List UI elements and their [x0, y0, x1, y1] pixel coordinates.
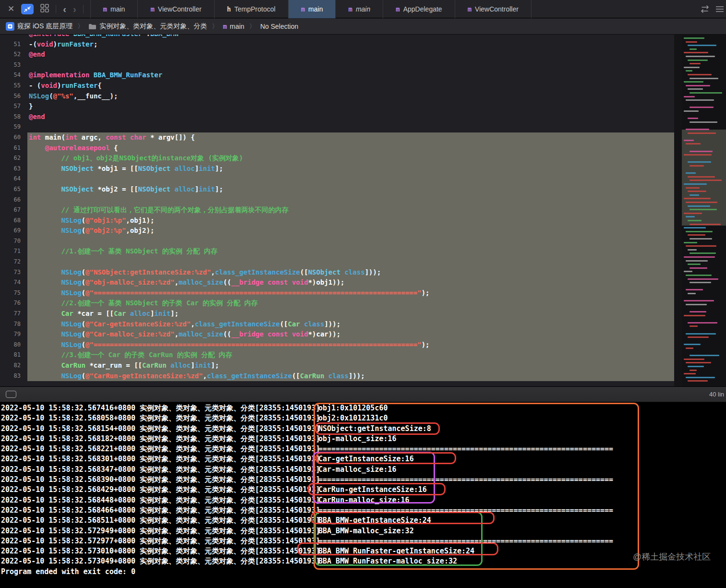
- line-number: 55: [0, 81, 27, 91]
- code-line-53[interactable]: 53: [0, 60, 674, 71]
- tab-bar-controls: ✕: [0, 4, 90, 14]
- code-line-52[interactable]: 52@end: [0, 49, 674, 60]
- code-line-78[interactable]: 78 NSLog(@"Car-getInstanceSize:%zd",clas…: [0, 319, 674, 330]
- code-line-67[interactable]: 67 // 通过打印可以看出，它们是不同的两个对象，分别占据着两块不同的内存: [0, 205, 674, 216]
- code-line-79[interactable]: 79 NSLog(@"Car-malloc_size:%zd",malloc_s…: [0, 329, 674, 340]
- code-line-83[interactable]: 83 NSLog(@"CarRun-getInstanceSize:%zd",c…: [0, 371, 674, 382]
- code-text: }: [27, 101, 674, 112]
- code-line-68[interactable]: 68 NSLog(@"obj1:%p",obj1);: [0, 216, 674, 226]
- code-lines: @interface BBA_BMW_RunFaster :BBA_BMW51-…: [0, 35, 674, 381]
- code-text: NSObject *obj1 = [[NSObject alloc]init];: [27, 164, 674, 174]
- breadcrumb-item-0[interactable]: 窥探 iOS 底层原理: [6, 22, 73, 31]
- code-line-57[interactable]: 57}: [0, 101, 674, 112]
- minimap-line: [684, 271, 692, 272]
- editor-tab-bar: ✕: [0, 0, 726, 18]
- minimap-line: [690, 370, 697, 371]
- breadcrumb-separator: 〉: [248, 22, 256, 31]
- console-row-prefix: 2022-05-10 15:58:32.568154+0800 实例对象、类对象…: [1, 424, 320, 434]
- code-line-69[interactable]: 69 NSLog(@"obj2:%p",obj2);: [0, 226, 674, 236]
- code-line-82[interactable]: 82 CarRun *car_run = [[CarRun alloc]init…: [0, 360, 674, 371]
- minimap-line: [686, 202, 717, 203]
- editor-scrollbar[interactable]: [674, 35, 682, 386]
- code-line-60[interactable]: 60int main(int argc, const char * argv[]…: [0, 132, 674, 143]
- tab-main-4[interactable]: mmain: [336, 0, 383, 18]
- minimap-line: [686, 348, 693, 349]
- file-type-icon: m: [103, 5, 107, 13]
- tab-appdelegate-5[interactable]: mAppDelegate: [383, 0, 455, 18]
- minimap-line: [684, 183, 707, 185]
- editor-focus-button[interactable]: [21, 4, 34, 14]
- tab-viewcontroller-6[interactable]: mViewController: [455, 0, 532, 18]
- code-line-51[interactable]: 51-(void)runFaster;: [0, 39, 674, 50]
- line-number: 53: [0, 60, 27, 71]
- menu-lines-icon[interactable]: [715, 5, 724, 13]
- minimap-line: [684, 52, 708, 53]
- code-line-72[interactable]: 72: [0, 257, 674, 267]
- watermark: @稀土掘金技术社区: [633, 551, 711, 563]
- code-line-63[interactable]: 63 NSObject *obj1 = [[NSObject alloc]ini…: [0, 164, 674, 174]
- code-line-59[interactable]: 59: [0, 122, 674, 132]
- minimap-line: [684, 96, 695, 97]
- code-text: //2.创建一个 基类 NSObject 的子类 Car 的实例 分配 内存: [27, 298, 674, 309]
- debug-console[interactable]: 2022-05-10 15:58:32.567416+0800 实例对象、类对象…: [0, 402, 726, 588]
- line-number: 70: [0, 236, 27, 247]
- line-number: 72: [0, 257, 27, 267]
- code-line-65[interactable]: 65 NSObject *obj2 = [[NSObject alloc]ini…: [0, 184, 674, 195]
- code-line-64[interactable]: 64: [0, 174, 674, 184]
- minimap-line: [686, 41, 697, 43]
- code-line-73[interactable]: 73 NSLog(@"NSObject:getInstanceSize:%zd"…: [0, 267, 674, 278]
- code-line-58[interactable]: 58@end: [0, 112, 674, 122]
- breadcrumb-item-3[interactable]: No Selection: [260, 23, 298, 30]
- tab-viewcontroller-1[interactable]: mViewController: [138, 0, 214, 18]
- minimap-line: [686, 172, 696, 174]
- minimap-line: [688, 74, 712, 75]
- breadcrumb: 窥探 iOS 底层原理〉实例对象、类对象、元类对象、分类〉mmain〉No Se…: [0, 19, 726, 35]
- editor-minimap[interactable]: [682, 35, 726, 386]
- code-line-71[interactable]: 71 //1.创建一个 基类 NSObject 的实例 分配 内存: [0, 246, 674, 257]
- breadcrumb-item-1[interactable]: 实例对象、类对象、元类对象、分类: [88, 22, 207, 31]
- tab-list: mmainmViewControllerhTempProtocolmmainmm…: [90, 0, 695, 18]
- tab-main-0[interactable]: mmain: [90, 0, 138, 18]
- code-line-74[interactable]: 74 NSLog(@"obj-malloc_size:%zd",malloc_s…: [0, 277, 674, 288]
- code-line-76[interactable]: 76 //2.创建一个 基类 NSObject 的子类 Car 的实例 分配 内…: [0, 298, 674, 309]
- breadcrumb-label: 实例对象、类对象、元类对象、分类: [99, 22, 207, 31]
- code-line-80[interactable]: 80 NSLog(@"=============================…: [0, 340, 674, 350]
- minimap-line: [684, 242, 697, 243]
- code-line-56[interactable]: 56NSLog(@"%s",__func__);: [0, 91, 674, 102]
- tab-label: ViewController: [475, 5, 519, 13]
- code-line-75[interactable]: 75 NSLog(@"=============================…: [0, 288, 674, 299]
- tab-tempprotocol-2[interactable]: hTempProtocol: [215, 0, 289, 18]
- code-text: @autoreleasepool {: [27, 143, 674, 154]
- swap-arrows-icon[interactable]: [700, 5, 710, 13]
- breadcrumb-item-2[interactable]: mmain: [223, 23, 244, 30]
- minimap-line: [684, 315, 705, 316]
- minimap-line: [686, 362, 711, 363]
- code-editor[interactable]: @interface BBA_BMW_RunFaster :BBA_BMW51-…: [0, 35, 726, 386]
- file-type-icon: h: [227, 5, 231, 13]
- code-line-54[interactable]: 54@implementation BBA_BMW_RunFaster: [0, 70, 674, 81]
- minimap-line: [686, 56, 715, 57]
- minimap-line: [688, 60, 708, 61]
- back-chevron-icon[interactable]: ‹: [63, 4, 66, 14]
- code-line-62[interactable]: 62 // obj1、obj2是NSObject的instance对象 (实例对…: [0, 153, 674, 164]
- editor-layout-grid-icon[interactable]: [40, 4, 49, 14]
- close-icon[interactable]: ✕: [8, 5, 14, 13]
- code-text: NSLog(@"obj-malloc_size:%zd",malloc_size…: [27, 277, 674, 288]
- code-line-partial[interactable]: @interface BBA_BMW_RunFaster :BBA_BMW: [0, 35, 674, 39]
- code-line-70[interactable]: 70: [0, 236, 674, 247]
- code-line-81[interactable]: 81 //3.创建一个 Car 的子类 CarRun 的实例 分配 内存: [0, 350, 674, 360]
- code-line-61[interactable]: 61 @autoreleasepool {: [0, 143, 674, 154]
- minimap-line: [690, 311, 706, 312]
- minimap-line: [686, 289, 703, 290]
- code-line-77[interactable]: 77 Car *car = [[Car alloc]init];: [0, 309, 674, 319]
- divider: [56, 5, 56, 13]
- tab-bar-right-controls: [695, 5, 726, 13]
- breadcrumb-label: 窥探 iOS 底层原理: [17, 22, 73, 31]
- code-line-66[interactable]: 66: [0, 195, 674, 205]
- console-pane-icon[interactable]: [6, 391, 16, 398]
- code-line-55[interactable]: 55- (void)runFaster{: [0, 81, 674, 91]
- forward-chevron-icon[interactable]: ›: [73, 4, 76, 14]
- minimap-line: [686, 129, 709, 130]
- tab-main-3[interactable]: mmain: [289, 0, 336, 18]
- minimap-line: [688, 336, 709, 338]
